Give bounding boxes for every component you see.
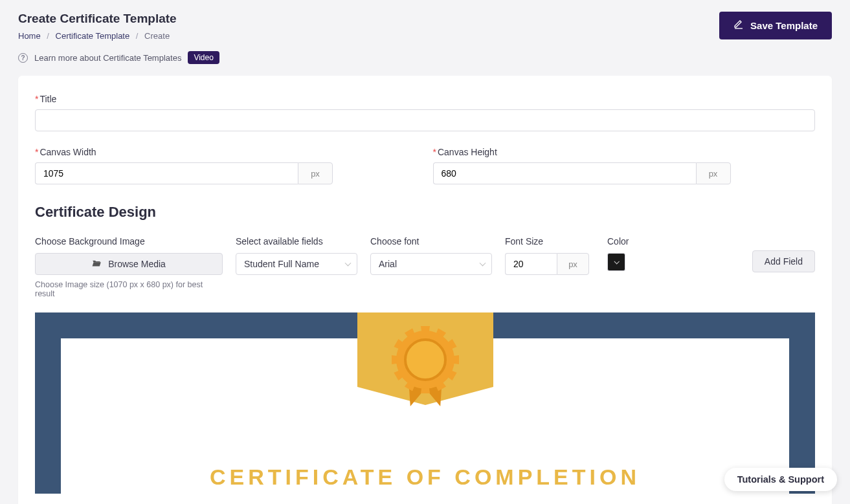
px-suffix: px: [557, 253, 589, 275]
breadcrumb-current: Create: [144, 31, 170, 41]
breadcrumb-certificate-template[interactable]: Certificate Template: [56, 31, 130, 41]
color-picker[interactable]: [607, 253, 625, 271]
browse-media-button[interactable]: Browse Media: [35, 253, 223, 275]
font-value: Arial: [379, 259, 397, 269]
help-icon: ?: [18, 53, 28, 63]
title-label: *Title: [35, 94, 815, 104]
certificate-inner: CERTIFICATE OF COMPLETION: [61, 338, 789, 494]
page-title: Create Certificate Template: [18, 12, 177, 26]
available-fields-label: Select available fields: [236, 236, 357, 247]
font-select[interactable]: Arial: [370, 253, 492, 275]
available-fields-value: Student Full Name: [244, 259, 319, 269]
color-label: Color: [607, 236, 640, 247]
font-label: Choose font: [370, 236, 492, 247]
learn-more-text: Learn more about Certificate Templates: [34, 53, 181, 63]
canvas-width-input[interactable]: [35, 162, 298, 184]
font-size-label: Font Size: [505, 236, 594, 247]
canvas-height-input[interactable]: [433, 162, 696, 184]
browse-media-label: Browse Media: [108, 259, 166, 269]
certificate-canvas[interactable]: CERTIFICATE OF COMPLETION: [35, 312, 815, 494]
font-size-input[interactable]: [505, 253, 557, 275]
save-template-button[interactable]: Save Template: [719, 12, 832, 39]
edit-icon: [733, 19, 744, 32]
bg-image-label: Choose Background Image: [35, 236, 223, 247]
bg-image-hint: Choose Image size (1070 px x 680 px) for…: [35, 280, 223, 298]
certificate-design-heading: Certificate Design: [35, 204, 815, 221]
breadcrumb: Home / Certificate Template / Create: [18, 31, 177, 41]
save-template-label: Save Template: [750, 20, 818, 31]
folder-open-icon: [92, 259, 102, 269]
px-suffix: px: [696, 162, 731, 184]
ribbon-banner-icon: [357, 312, 493, 429]
add-field-button[interactable]: Add Field: [752, 250, 815, 272]
title-input[interactable]: [35, 109, 815, 131]
breadcrumb-sep: /: [47, 31, 49, 41]
medal-icon: [390, 331, 461, 402]
canvas-width-label: *Canvas Width: [35, 147, 418, 157]
breadcrumb-home[interactable]: Home: [18, 31, 41, 41]
breadcrumb-sep: /: [136, 31, 139, 41]
form-card: *Title *Canvas Width px *Canvas Height: [18, 76, 832, 504]
canvas-height-label: *Canvas Height: [433, 147, 816, 157]
video-badge[interactable]: Video: [188, 51, 219, 64]
available-fields-select[interactable]: Student Full Name: [236, 253, 357, 275]
certificate-headline: CERTIFICATE OF COMPLETION: [61, 465, 789, 490]
px-suffix: px: [298, 162, 333, 184]
tutorials-support-button[interactable]: Tutorials & Support: [724, 468, 837, 491]
